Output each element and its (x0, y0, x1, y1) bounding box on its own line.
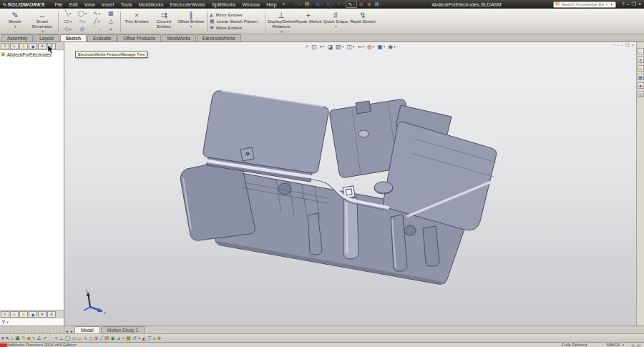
command-tab[interactable]: Evaluate (87, 34, 117, 41)
move-entities-button[interactable]: ✥Move Entities (210, 25, 263, 31)
sketch-toolbar-icon[interactable]: ╱ (100, 334, 103, 342)
restore-button[interactable]: ❐ (632, 1, 636, 8)
sketch-toolbar-icon[interactable]: ∿ (84, 334, 88, 342)
help-button[interactable]: ? (622, 1, 625, 8)
sketch-toolbar-icon[interactable]: ⊕ (94, 334, 99, 342)
tab-scroll-right-icon[interactable]: ▸ (69, 328, 74, 333)
select-tool-icon[interactable]: ↖▾ (346, 1, 356, 8)
sketch-toolbar-icon[interactable]: ⌕ (11, 334, 14, 342)
rapid-sketch-button[interactable]: ↯ Rapid Sketch ▾ (349, 9, 376, 34)
sketch-toolbar-icon[interactable]: ⌒ (48, 334, 53, 342)
close-button[interactable]: × (638, 1, 641, 8)
ellipse-tool[interactable]: ○▾ (75, 18, 89, 26)
screen-capture-icon[interactable]: ▦▾ (373, 1, 383, 8)
trim-entities-button[interactable]: × Trim Entities ▾ (123, 9, 150, 34)
perimeter-circle-tool[interactable]: ◎▾ (75, 26, 89, 34)
text-tool[interactable]: △▾ (104, 18, 118, 26)
polygon-tool[interactable]: ◇▾ (61, 26, 75, 34)
propertymanager-tab-2[interactable]: ✎ (10, 311, 19, 318)
minimize-button[interactable]: – (627, 1, 630, 8)
menu-item[interactable]: MoldWorks (136, 1, 167, 8)
featuremanager-tree-tab[interactable]: ≡ (1, 43, 9, 49)
offset-entities-button[interactable]: ∥ Offset Entities ▾ (177, 9, 205, 34)
dimxpertmanager-tab-2[interactable]: ◆ (29, 311, 37, 318)
search-icon[interactable]: ⌕ (605, 1, 608, 7)
quick-snaps-button[interactable]: # Quick Snaps ▾ (322, 9, 349, 34)
displaymanager-tab-2[interactable]: ● (38, 311, 47, 318)
sketch-toolbar-icon[interactable]: ◆ (27, 334, 31, 342)
file-explorer-icon[interactable]: ▤ (638, 65, 644, 72)
sketch-toolbar-icon[interactable]: ▤ (104, 334, 109, 342)
view-palette-icon[interactable]: ▦ (638, 74, 644, 80)
featuremanager-tree-tab-2[interactable]: ≡ (1, 311, 9, 318)
arc-tool[interactable]: ⌒▾ (89, 26, 104, 34)
sketch-toolbar-icon[interactable]: ▽ (147, 334, 151, 342)
document-tab[interactable]: Model (74, 326, 100, 333)
sketch-toolbar-icon[interactable]: ⊿ (117, 334, 121, 342)
sketch-button[interactable]: ✎ Sketch ▾ (1, 9, 29, 34)
display-delete-relations-icon[interactable]: ◉▾ (358, 1, 365, 8)
sketch-toolbar-icon[interactable]: ≡ (54, 334, 57, 342)
menu-item[interactable]: Tools (117, 1, 135, 8)
sketch-toolbar-icon[interactable]: ▭ (77, 334, 82, 342)
rectangle-tool[interactable]: ▭▾ (61, 18, 75, 26)
configurationmanager-tab-2[interactable]: § (19, 311, 28, 318)
sketch-toolbar-icon[interactable]: ↖ (6, 334, 10, 342)
menu-item[interactable]: SplitWorks (209, 1, 238, 8)
menu-item[interactable]: Insert (99, 1, 117, 8)
print-icon[interactable]: ▥▾ (325, 1, 335, 8)
linear-sketch-pattern-button[interactable]: ▦Linear Sketch Pattern (210, 19, 263, 24)
save-icon[interactable]: ▣▾ (314, 1, 324, 8)
slot-tool[interactable]: ╱▾ (89, 18, 104, 26)
circle-tool[interactable]: ◯▾ (75, 10, 89, 18)
appearances-scenes-icon[interactable]: ◉ (638, 82, 644, 89)
sketch-toolbar-icon[interactable]: ◭ (142, 334, 146, 342)
repair-sketch-button[interactable]: + Repair Sketch ▾ (295, 9, 322, 34)
graphics-viewport[interactable]: ⌕▾◱▾↩▾◪▾▧▾◫▾∞▾◍▾▣▾◉▾ ▫▫–❐× (64, 42, 644, 326)
sketch-toolbar-icon[interactable]: ◯ (65, 334, 71, 342)
cad-model[interactable] (64, 42, 636, 326)
sketch-toolbar-icon[interactable]: × (32, 334, 35, 342)
command-tab[interactable]: MoldWorks (162, 34, 196, 41)
dimxpertmanager-tab[interactable]: ◆ (29, 43, 37, 49)
sketch-toolbar-icon[interactable]: △ (89, 334, 92, 342)
sketch-toolbar-icon[interactable]: ▣ (15, 334, 20, 342)
line-tool[interactable]: ╲▾ (61, 10, 75, 18)
sketch-toolbar-icon[interactable]: ▾ (1, 334, 4, 342)
tab-scroll-left-icon[interactable]: ◂ (64, 328, 69, 333)
sketch-toolbar-icon[interactable]: ◉ (111, 334, 115, 342)
new-document-icon[interactable]: ▢▾ (292, 1, 302, 8)
mirror-entities-button[interactable]: ◭Mirror Entities (210, 12, 263, 18)
sketch-toolbar-icon[interactable]: ⌖ (138, 334, 141, 342)
knowledge-base-search[interactable]: ▤ ⌕ ▾ (553, 1, 616, 8)
sketch-toolbar-icon[interactable]: ↗ (43, 334, 47, 342)
sketch-toolbar-icon[interactable]: ≈ (122, 334, 125, 342)
sketch-toolbar-icon[interactable]: ◇ (72, 334, 76, 342)
document-tab[interactable]: Motion Study 1 (101, 326, 145, 333)
edit-appearance-icon[interactable]: ◈▾ (366, 1, 372, 8)
propertymanager-tab[interactable]: ✎ (10, 43, 19, 49)
electrodeworks-manager-tab-2[interactable]: E (47, 311, 56, 318)
units-selector[interactable]: MMGS ▾ (607, 343, 624, 347)
command-tab[interactable]: Office Products (117, 34, 160, 41)
sketch-toolbar-icon[interactable]: ± (153, 334, 156, 342)
pin-icon[interactable]: ⌖ (281, 1, 287, 8)
spline-tool[interactable]: ∿▾ (89, 10, 104, 18)
sketch-toolbar-icon[interactable]: ∠ (36, 334, 41, 342)
search-caret-icon[interactable]: ▾ (610, 2, 613, 6)
command-tab[interactable]: Sketch (60, 34, 87, 41)
sketch-toolbar-icon[interactable]: ⊥ (59, 334, 64, 342)
filter-caret-icon[interactable]: ▾ (6, 320, 9, 324)
custom-properties-icon[interactable]: ▥ (638, 91, 644, 97)
menu-item[interactable]: ElectrodeWorks (167, 1, 208, 8)
undo-icon[interactable]: ↶▾ (336, 1, 345, 8)
edit-assembly-icon[interactable]: ✎ (631, 343, 635, 347)
display-delete-relations-button[interactable]: ⊥ Display/Delete Relations ▾ (268, 9, 295, 34)
open-icon[interactable]: ▤▾ (303, 1, 313, 8)
convert-entities-button[interactable]: ⇉ Convert Entities ▾ (150, 9, 177, 34)
command-tab[interactable]: Layout (34, 34, 59, 41)
sketch-picture-tool[interactable]: ▦▾ (104, 10, 118, 18)
quick-tips-icon[interactable]: ▤ (637, 343, 641, 347)
sketch-toolbar-icon[interactable]: ↺ (132, 334, 137, 342)
point-tool[interactable]: •▾ (104, 26, 118, 34)
